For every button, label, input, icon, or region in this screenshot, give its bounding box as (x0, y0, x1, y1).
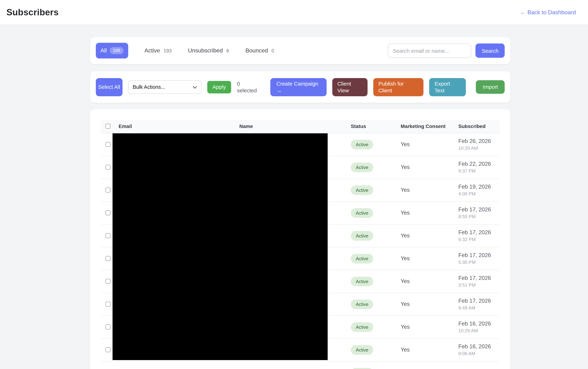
redacted-region (113, 133, 328, 360)
subscribed-time: 8:55 PM (458, 214, 497, 219)
table-header-row: Email Name Status Marketing Consent Subs… (101, 120, 500, 133)
page-header: Subscribers ← Back to Dashboard (0, 0, 588, 25)
row-checkbox[interactable] (105, 302, 110, 307)
search-button[interactable]: Search (476, 43, 505, 58)
export-text-button[interactable]: Export Text (429, 78, 466, 96)
tab-unsubscribed-count: 6 (226, 48, 229, 53)
row-checkbox[interactable] (105, 142, 110, 147)
column-header-subscribed: Subscribed (456, 120, 500, 133)
consent-value: Yes (398, 270, 456, 293)
back-to-dashboard-link[interactable]: ← Back to Dashboard (520, 9, 576, 16)
consent-value (398, 361, 456, 369)
create-campaign-button[interactable]: Create Campaign → (270, 78, 327, 96)
subscribed-time: 9:06 AM (458, 351, 497, 356)
filter-card: All 199 Active 193 Unsubscribed 6 Bounce… (90, 37, 510, 64)
subscribed-date: Feb 16, 2026 (458, 343, 497, 350)
status-badge: Active (351, 254, 373, 263)
status-badge: Active (351, 299, 373, 309)
row-checkbox[interactable] (105, 256, 110, 261)
row-checkbox[interactable] (105, 165, 110, 170)
consent-value: Yes (398, 316, 456, 338)
select-all-checkbox[interactable] (105, 124, 110, 129)
row-checkbox[interactable] (105, 279, 110, 284)
search-input[interactable] (388, 43, 471, 58)
status-badge: Active (351, 185, 373, 195)
status-badge: Active (351, 322, 373, 332)
subscribed-time: 4:00 PM (458, 191, 497, 196)
subscribed-date: Feb 17, 2026 (458, 298, 497, 304)
status-badge: Active (351, 368, 373, 369)
tab-bounced-count: 0 (272, 48, 274, 53)
status-badge: Active (351, 140, 373, 149)
tab-active-label: Active (144, 47, 160, 54)
subscribed-time: 10:20 AM (458, 145, 497, 151)
bulk-actions-value: Bulk Actions... (133, 84, 165, 90)
selected-count: 0 selected (237, 80, 257, 94)
row-checkbox[interactable] (105, 187, 110, 193)
consent-value: Yes (398, 247, 456, 270)
subscribed-date: Feb 19, 2026 (458, 184, 497, 190)
consent-value: Yes (398, 201, 456, 224)
consent-value: Yes (398, 224, 456, 247)
publish-for-client-button[interactable]: Publish for Client (373, 78, 423, 96)
tab-active-count: 193 (164, 48, 171, 53)
status-badge: Active (351, 162, 373, 172)
subscribed-time: 5:30 PM (458, 260, 497, 265)
row-checkbox[interactable] (105, 210, 110, 215)
import-button[interactable]: Import (476, 80, 505, 94)
subscribed-time: 6:32 PM (458, 237, 497, 242)
consent-value: Yes (398, 179, 456, 201)
subscribed-time: 9:37 PM (458, 168, 497, 174)
tab-unsubscribed-label: Unsubscribed (188, 47, 223, 54)
subscriber-email (116, 361, 236, 369)
status-badge: Active (351, 208, 373, 218)
column-header-status: Status (348, 120, 398, 133)
select-all-button[interactable]: Select All (96, 78, 122, 96)
main-content: All 199 Active 193 Unsubscribed 6 Bounce… (90, 37, 510, 369)
subscribed-date: Feb 22, 2026 (458, 161, 497, 167)
subscribed-date: Feb 16, 2026 (458, 320, 497, 327)
filter-tab-bounced[interactable]: Bounced 0 (245, 47, 274, 54)
subscriber-name (236, 361, 348, 369)
subscribed-date: Feb 17, 2026 (458, 206, 497, 213)
bulk-actions-select[interactable]: Bulk Actions... (128, 80, 201, 94)
subscribed-time: 9:49 AM (458, 305, 497, 310)
tab-count-badge: 199 (110, 47, 124, 54)
subscribed-date: Feb 17, 2026 (458, 252, 497, 258)
consent-value: Yes (398, 293, 456, 316)
subscribed-date: Feb 17, 2026 (458, 229, 497, 236)
consent-value: Yes (398, 338, 456, 361)
toolbar-card: Select All Bulk Actions... Apply 0 selec… (90, 71, 510, 103)
subscribed-date: Feb 26, 2026 (458, 138, 497, 144)
consent-value: Yes (398, 133, 456, 156)
page: Subscribers ← Back to Dashboard All 199 … (0, 0, 588, 369)
column-header-name: Name (236, 120, 348, 133)
row-checkbox[interactable] (105, 233, 110, 238)
status-badge: Active (351, 345, 373, 355)
client-view-button[interactable]: Client View (333, 78, 368, 96)
table-row: Active Feb 13, 2026 (101, 361, 500, 369)
filter-tab-unsubscribed[interactable]: Unsubscribed 6 (188, 47, 229, 54)
subscribers-table-card: Email Name Status Marketing Consent Subs… (90, 109, 510, 369)
filter-tab-all[interactable]: All 199 (96, 43, 128, 59)
apply-button[interactable]: Apply (207, 81, 231, 93)
subscribed-time: 10:29 AM (458, 328, 497, 333)
consent-value: Yes (398, 156, 456, 179)
status-badge: Active (351, 231, 373, 240)
row-checkbox[interactable] (105, 324, 110, 329)
column-header-marketing-consent: Marketing Consent (398, 120, 456, 133)
chevron-down-icon (193, 84, 197, 90)
subscribed-time: 3:51 PM (458, 282, 497, 288)
status-badge: Active (351, 277, 373, 286)
row-checkbox[interactable] (105, 347, 110, 352)
subscribed-date: Feb 17, 2026 (458, 275, 497, 281)
column-header-email: Email (116, 120, 236, 133)
tab-bounced-label: Bounced (245, 47, 268, 54)
tab-all-label: All (100, 47, 107, 54)
page-title: Subscribers (6, 7, 59, 18)
filter-tab-active[interactable]: Active 193 (144, 47, 171, 54)
